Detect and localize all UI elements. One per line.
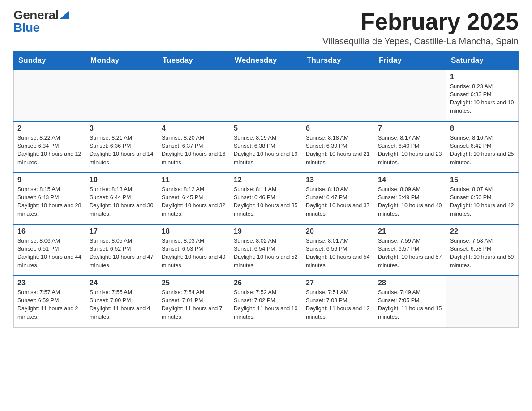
day-number: 21 <box>378 227 442 235</box>
day-number: 10 <box>90 176 154 184</box>
day-number: 11 <box>162 176 226 184</box>
day-sun-info: Sunrise: 8:01 AM Sunset: 6:56 PM Dayligh… <box>306 237 370 270</box>
calendar-cell: 17Sunrise: 8:05 AM Sunset: 6:52 PM Dayli… <box>86 224 158 276</box>
calendar-cell <box>158 70 230 121</box>
calendar-week-row: 16Sunrise: 8:06 AM Sunset: 6:51 PM Dayli… <box>14 224 519 276</box>
logo-blue-text: Blue <box>13 21 69 34</box>
logo-general-text: General <box>13 9 59 21</box>
day-sun-info: Sunrise: 7:51 AM Sunset: 7:03 PM Dayligh… <box>306 288 370 321</box>
calendar-cell: 24Sunrise: 7:55 AM Sunset: 7:00 PM Dayli… <box>86 276 158 327</box>
header-thursday: Thursday <box>302 51 374 70</box>
calendar-cell: 8Sunrise: 8:16 AM Sunset: 6:42 PM Daylig… <box>446 121 519 173</box>
calendar-cell: 3Sunrise: 8:21 AM Sunset: 6:36 PM Daylig… <box>86 121 158 173</box>
calendar-cell: 4Sunrise: 8:20 AM Sunset: 6:37 PM Daylig… <box>158 121 230 173</box>
day-number: 15 <box>450 176 515 184</box>
location-subtitle: Villasequilla de Yepes, Castille-La Manc… <box>322 36 519 47</box>
calendar-cell: 7Sunrise: 8:17 AM Sunset: 6:40 PM Daylig… <box>374 121 446 173</box>
header-tuesday: Tuesday <box>158 51 230 70</box>
day-number: 2 <box>17 124 82 133</box>
day-sun-info: Sunrise: 8:12 AM Sunset: 6:45 PM Dayligh… <box>162 185 226 218</box>
day-number: 13 <box>306 176 370 184</box>
day-number: 14 <box>378 176 442 184</box>
day-number: 25 <box>162 279 226 287</box>
calendar-table: Sunday Monday Tuesday Wednesday Thursday… <box>13 51 519 328</box>
day-sun-info: Sunrise: 8:09 AM Sunset: 6:49 PM Dayligh… <box>378 185 442 218</box>
day-sun-info: Sunrise: 8:18 AM Sunset: 6:39 PM Dayligh… <box>306 134 370 167</box>
calendar-cell: 9Sunrise: 8:15 AM Sunset: 6:43 PM Daylig… <box>14 173 86 224</box>
calendar-cell: 10Sunrise: 8:13 AM Sunset: 6:44 PM Dayli… <box>86 173 158 224</box>
day-sun-info: Sunrise: 7:49 AM Sunset: 7:05 PM Dayligh… <box>378 288 442 321</box>
day-number: 3 <box>90 124 154 133</box>
title-block: February 2025 Villasequilla de Yepes, Ca… <box>322 9 519 47</box>
day-sun-info: Sunrise: 7:55 AM Sunset: 7:00 PM Dayligh… <box>90 288 154 321</box>
day-sun-info: Sunrise: 8:03 AM Sunset: 6:53 PM Dayligh… <box>162 237 226 270</box>
calendar-week-row: 23Sunrise: 7:57 AM Sunset: 6:59 PM Dayli… <box>14 276 519 327</box>
day-sun-info: Sunrise: 8:10 AM Sunset: 6:47 PM Dayligh… <box>306 185 370 218</box>
calendar-cell: 19Sunrise: 8:02 AM Sunset: 6:54 PM Dayli… <box>230 224 302 276</box>
day-number: 18 <box>162 227 226 235</box>
day-number: 12 <box>234 176 298 184</box>
day-number: 27 <box>306 279 370 287</box>
calendar-header-row: Sunday Monday Tuesday Wednesday Thursday… <box>14 51 519 70</box>
day-sun-info: Sunrise: 8:21 AM Sunset: 6:36 PM Dayligh… <box>90 134 154 167</box>
calendar-cell: 23Sunrise: 7:57 AM Sunset: 6:59 PM Dayli… <box>14 276 86 327</box>
day-number: 28 <box>378 279 442 287</box>
calendar-cell: 18Sunrise: 8:03 AM Sunset: 6:53 PM Dayli… <box>158 224 230 276</box>
day-sun-info: Sunrise: 7:59 AM Sunset: 6:57 PM Dayligh… <box>378 237 442 270</box>
month-title: February 2025 <box>322 9 519 34</box>
logo-triangle-icon <box>60 11 69 19</box>
header-wednesday: Wednesday <box>230 51 302 70</box>
calendar-cell: 13Sunrise: 8:10 AM Sunset: 6:47 PM Dayli… <box>302 173 374 224</box>
day-sun-info: Sunrise: 8:16 AM Sunset: 6:42 PM Dayligh… <box>450 134 515 167</box>
calendar-cell: 1Sunrise: 8:23 AM Sunset: 6:33 PM Daylig… <box>446 70 519 121</box>
day-sun-info: Sunrise: 8:02 AM Sunset: 6:54 PM Dayligh… <box>234 237 298 270</box>
day-number: 19 <box>234 227 298 235</box>
calendar-cell: 25Sunrise: 7:54 AM Sunset: 7:01 PM Dayli… <box>158 276 230 327</box>
calendar-cell: 12Sunrise: 8:11 AM Sunset: 6:46 PM Dayli… <box>230 173 302 224</box>
header-monday: Monday <box>86 51 158 70</box>
day-number: 16 <box>17 227 82 235</box>
day-number: 5 <box>234 124 298 133</box>
calendar-cell <box>374 70 446 121</box>
day-number: 7 <box>378 124 442 133</box>
calendar-cell <box>446 276 519 327</box>
day-number: 8 <box>450 124 515 133</box>
day-number: 20 <box>306 227 370 235</box>
day-number: 23 <box>17 279 82 287</box>
header-friday: Friday <box>374 51 446 70</box>
calendar-week-row: 1Sunrise: 8:23 AM Sunset: 6:33 PM Daylig… <box>14 70 519 121</box>
calendar-week-row: 9Sunrise: 8:15 AM Sunset: 6:43 PM Daylig… <box>14 173 519 224</box>
day-number: 26 <box>234 279 298 287</box>
day-sun-info: Sunrise: 8:19 AM Sunset: 6:38 PM Dayligh… <box>234 134 298 167</box>
day-sun-info: Sunrise: 8:15 AM Sunset: 6:43 PM Dayligh… <box>17 185 82 218</box>
calendar-week-row: 2Sunrise: 8:22 AM Sunset: 6:34 PM Daylig… <box>14 121 519 173</box>
calendar-cell: 27Sunrise: 7:51 AM Sunset: 7:03 PM Dayli… <box>302 276 374 327</box>
day-sun-info: Sunrise: 7:54 AM Sunset: 7:01 PM Dayligh… <box>162 288 226 321</box>
day-sun-info: Sunrise: 8:20 AM Sunset: 6:37 PM Dayligh… <box>162 134 226 167</box>
day-number: 4 <box>162 124 226 133</box>
calendar-cell: 28Sunrise: 7:49 AM Sunset: 7:05 PM Dayli… <box>374 276 446 327</box>
day-sun-info: Sunrise: 7:52 AM Sunset: 7:02 PM Dayligh… <box>234 288 298 321</box>
calendar-cell: 22Sunrise: 7:58 AM Sunset: 6:58 PM Dayli… <box>446 224 519 276</box>
calendar-cell: 16Sunrise: 8:06 AM Sunset: 6:51 PM Dayli… <box>14 224 86 276</box>
page-header: General Blue February 2025 Villasequilla… <box>13 9 519 47</box>
calendar-cell: 20Sunrise: 8:01 AM Sunset: 6:56 PM Dayli… <box>302 224 374 276</box>
calendar-cell <box>86 70 158 121</box>
calendar-cell <box>230 70 302 121</box>
calendar-cell: 5Sunrise: 8:19 AM Sunset: 6:38 PM Daylig… <box>230 121 302 173</box>
day-sun-info: Sunrise: 8:05 AM Sunset: 6:52 PM Dayligh… <box>90 237 154 270</box>
calendar-cell: 2Sunrise: 8:22 AM Sunset: 6:34 PM Daylig… <box>14 121 86 173</box>
calendar-cell: 26Sunrise: 7:52 AM Sunset: 7:02 PM Dayli… <box>230 276 302 327</box>
logo: General Blue <box>13 9 69 34</box>
day-sun-info: Sunrise: 8:13 AM Sunset: 6:44 PM Dayligh… <box>90 185 154 218</box>
header-sunday: Sunday <box>14 51 86 70</box>
day-sun-info: Sunrise: 8:17 AM Sunset: 6:40 PM Dayligh… <box>378 134 442 167</box>
day-sun-info: Sunrise: 8:23 AM Sunset: 6:33 PM Dayligh… <box>450 82 515 115</box>
day-number: 6 <box>306 124 370 133</box>
day-number: 9 <box>17 176 82 184</box>
day-sun-info: Sunrise: 8:07 AM Sunset: 6:50 PM Dayligh… <box>450 185 515 218</box>
day-sun-info: Sunrise: 8:11 AM Sunset: 6:46 PM Dayligh… <box>234 185 298 218</box>
day-sun-info: Sunrise: 8:22 AM Sunset: 6:34 PM Dayligh… <box>17 134 82 167</box>
calendar-cell <box>14 70 86 121</box>
svg-marker-0 <box>60 11 69 19</box>
